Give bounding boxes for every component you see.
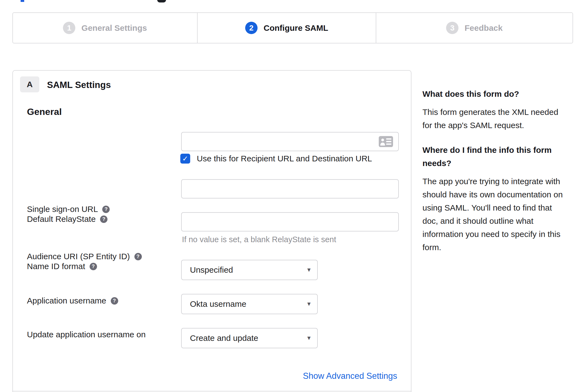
show-advanced-settings-link[interactable]: Show Advanced Settings (303, 371, 397, 381)
saml-settings-panel: A SAML Settings General Single sign-on U… (12, 70, 411, 392)
update-username-label: Update application username on (27, 330, 146, 339)
relay-state-label: Default RelayState ? (27, 214, 107, 224)
step-label: Configure SAML (264, 23, 328, 33)
section-divider (13, 391, 411, 391)
general-group-title: General (27, 106, 62, 117)
name-id-format-label: Name ID format ? (27, 262, 97, 271)
sidebar-heading-where: Where do I find the info this form needs… (422, 143, 565, 170)
cutoff-dark-logo-fragment (157, 0, 166, 2)
name-id-format-value: Unspecified (190, 265, 233, 275)
help-sidebar: What does this form do? This form genera… (422, 87, 565, 266)
name-id-format-help-icon[interactable]: ? (90, 263, 97, 270)
sso-url-input[interactable] (181, 132, 399, 151)
recipient-url-checkbox[interactable]: ✓ (180, 154, 190, 164)
name-id-format-label-text: Name ID format (27, 262, 85, 271)
audience-uri-input[interactable] (181, 179, 399, 198)
sidebar-heading-what: What does this form do? (422, 87, 565, 101)
step-number-badge: 1 (63, 22, 75, 34)
wizard-stepper: 1 General Settings 2 Configure SAML 3 Fe… (12, 12, 573, 43)
cutoff-blue-header-fragment (21, 0, 24, 2)
update-username-value: Create and update (190, 333, 258, 343)
app-username-value: Okta username (190, 299, 246, 309)
app-username-select[interactable]: Okta username ▾ (181, 294, 318, 314)
step-number-badge: 3 (446, 22, 458, 34)
chevron-down-icon: ▾ (307, 334, 311, 342)
sso-url-help-icon[interactable]: ? (102, 206, 110, 213)
sso-url-label: Single sign-on URL ? (27, 205, 110, 214)
relay-state-label-text: Default RelayState (27, 214, 96, 224)
saml-setup-page: 1 General Settings 2 Configure SAML 3 Fe… (0, 0, 575, 392)
sso-url-label-text: Single sign-on URL (27, 205, 98, 214)
step-label: General Settings (81, 23, 147, 33)
audience-uri-label-text: Audience URI (SP Entity ID) (27, 252, 130, 261)
section-a-badge: A (20, 76, 39, 92)
chevron-down-icon: ▾ (307, 266, 311, 274)
step-configure-saml[interactable]: 2 Configure SAML (198, 13, 376, 43)
step-general-settings[interactable]: 1 General Settings (13, 13, 198, 43)
recipient-url-checkbox-label: Use this for Recipient URL and Destinati… (197, 154, 372, 163)
update-username-select[interactable]: Create and update ▾ (181, 328, 318, 348)
relay-state-input[interactable] (181, 212, 399, 231)
step-label: Feedback (465, 23, 502, 33)
step-feedback[interactable]: 3 Feedback (376, 13, 573, 43)
sso-url-input-wrap (181, 132, 399, 151)
relay-state-hint: If no value is set, a blank RelayState i… (182, 235, 336, 244)
name-id-format-select[interactable]: Unspecified ▾ (181, 260, 318, 280)
step-number-badge: 2 (245, 22, 258, 34)
audience-uri-label: Audience URI (SP Entity ID) ? (27, 252, 142, 261)
recipient-url-checkbox-row: ✓ Use this for Recipient URL and Destina… (180, 154, 372, 164)
audience-uri-help-icon[interactable]: ? (134, 253, 142, 260)
update-username-label-text: Update application username on (27, 330, 146, 339)
app-username-label: Application username ? (27, 296, 118, 305)
app-username-label-text: Application username (27, 296, 106, 305)
app-username-help-icon[interactable]: ? (111, 297, 118, 305)
sidebar-body-what: This form generates the XML needed for t… (422, 106, 565, 132)
section-title: SAML Settings (47, 80, 111, 90)
chevron-down-icon: ▾ (307, 300, 311, 308)
sidebar-body-where: The app you're trying to integrate with … (422, 175, 565, 254)
relay-state-help-icon[interactable]: ? (100, 216, 107, 223)
